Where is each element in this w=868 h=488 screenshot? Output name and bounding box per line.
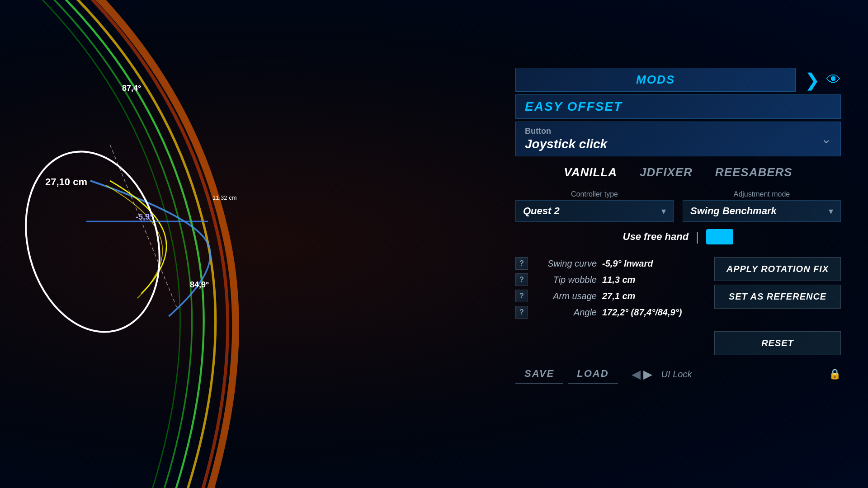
eye-icon[interactable]: 👁 — [826, 71, 841, 88]
arm-usage-help-btn[interactable]: ? — [515, 290, 528, 302]
metric-row-arm-usage: ? Arm usage 27,1 cm — [515, 290, 705, 302]
measure-small: 11,32 cm — [212, 194, 236, 201]
angle-name: Angle — [533, 307, 597, 318]
controller-dropdown-icon: ▾ — [661, 206, 666, 216]
tip-wobble-help-btn[interactable]: ? — [515, 273, 528, 286]
angle-top: 87,4° — [122, 84, 141, 93]
ui-lock-label: UI Lock — [661, 369, 692, 380]
save-button[interactable]: SAVE — [515, 364, 563, 384]
easy-offset-bar: EASY OFFSET — [515, 94, 841, 119]
vanilla-button[interactable]: VANILLA — [559, 164, 622, 181]
prev-arrow-icon[interactable]: ◀ — [632, 367, 641, 381]
free-hand-toggle[interactable] — [706, 229, 733, 244]
reset-button[interactable]: RESET — [714, 331, 841, 355]
measurement-cm: 27,10 cm — [45, 176, 87, 188]
free-hand-row: Use free hand | — [515, 229, 841, 244]
joystick-dropdown-icon[interactable]: ⌄ — [821, 131, 831, 146]
easy-offset-label: EASY OFFSET — [525, 99, 623, 114]
adjustment-dropdown-icon: ▾ — [829, 206, 833, 216]
angle-help-btn[interactable]: ? — [515, 306, 528, 319]
metric-row-swing-curve: ? Swing curve -5,9° Inward — [515, 257, 705, 270]
controller-section: Controller type Quest 2 ▾ — [515, 190, 674, 222]
lock-icon: 🔒 — [829, 368, 841, 380]
metric-row-angle: ? Angle 172,2° (87,4°/84,9°) — [515, 306, 705, 319]
controller-type-label: Controller type — [515, 190, 674, 198]
metrics-right: APPLY ROTATION FIX SET AS REFERENCE — [714, 257, 841, 322]
adjustment-selector[interactable]: Swing Benchmark ▾ — [683, 200, 841, 222]
angle-value: 172,2° (87,4°/84,9°) — [602, 307, 682, 318]
save-load-row: SAVE LOAD ◀ ▶ UI Lock 🔒 — [515, 364, 841, 384]
free-hand-label: Use free hand — [623, 231, 689, 243]
controller-adj-row: Controller type Quest 2 ▾ Adjustment mod… — [515, 190, 841, 222]
angle-negative: -5,9° — [136, 212, 153, 222]
set-as-reference-button[interactable]: SET AS REFERENCE — [714, 285, 841, 309]
button-label-text: Button — [525, 127, 607, 136]
apply-rotation-fix-button[interactable]: APPLY ROTATION FIX — [714, 257, 841, 281]
arm-usage-value: 27,1 cm — [602, 291, 635, 301]
reesabers-button[interactable]: REESABERS — [711, 164, 797, 181]
controller-value: Quest 2 — [523, 205, 560, 217]
swing-curve-name: Swing curve — [533, 258, 597, 269]
swing-curve-help-btn[interactable]: ? — [515, 257, 528, 270]
controller-selector[interactable]: Quest 2 ▾ — [515, 200, 674, 222]
joystick-click-value: Joystick click — [525, 137, 607, 151]
right-panel: MODS ❯ 👁 EASY OFFSET Button Joystick cli… — [515, 68, 841, 384]
metric-row-tip-wobble: ? Tip wobble 11,3 cm — [515, 273, 705, 286]
tip-wobble-value: 11,3 cm — [602, 275, 635, 285]
mods-button[interactable]: MODS — [515, 68, 796, 92]
toggle-separator: | — [696, 230, 699, 244]
reset-section: RESET — [515, 331, 841, 355]
adjustment-value: Swing Benchmark — [690, 205, 777, 217]
swing-curve-value: -5,9° Inward — [602, 258, 653, 269]
arrow-right-icon[interactable]: ❯ — [805, 70, 820, 90]
jdfixer-button[interactable]: JDFIXER — [635, 164, 697, 181]
adjustment-section: Adjustment mode Swing Benchmark ▾ — [683, 190, 841, 222]
arm-usage-name: Arm usage — [533, 291, 597, 301]
nav-arrows-small: ◀ ▶ — [632, 367, 652, 381]
next-arrow-icon[interactable]: ▶ — [643, 367, 652, 381]
button-joystick-row: Button Joystick click ⌄ — [515, 122, 841, 156]
angle-bottom: 84,9° — [190, 280, 209, 290]
load-button[interactable]: LOAD — [568, 364, 618, 384]
modes-row: VANILLA JDFIXER REESABERS — [515, 164, 841, 181]
metrics-section: ? Swing curve -5,9° Inward ? Tip wobble … — [515, 257, 841, 322]
mods-bar: MODS ❯ 👁 — [515, 68, 841, 92]
metrics-left: ? Swing curve -5,9° Inward ? Tip wobble … — [515, 257, 705, 322]
tip-wobble-name: Tip wobble — [533, 275, 597, 285]
adjustment-mode-label: Adjustment mode — [683, 190, 841, 198]
